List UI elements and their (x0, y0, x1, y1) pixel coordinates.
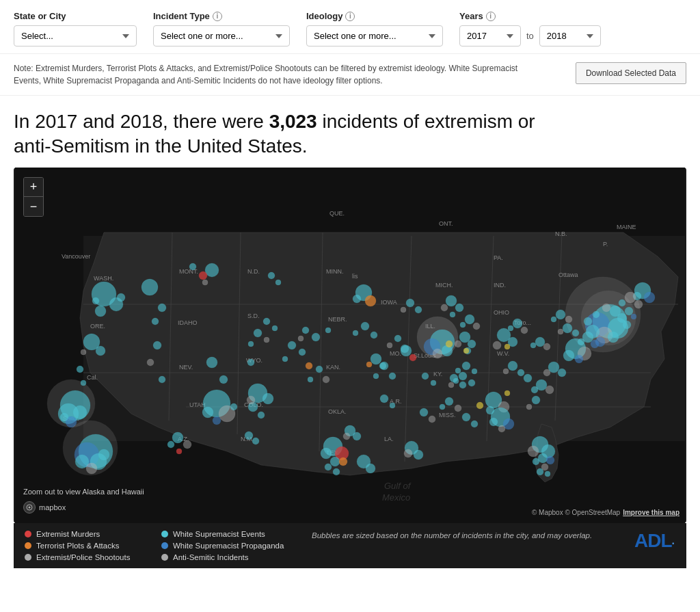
svg-point-269 (513, 319, 522, 328)
svg-point-83 (213, 416, 221, 425)
svg-point-139 (537, 468, 543, 475)
improve-map-link[interactable]: Improve this map (623, 509, 679, 516)
svg-point-145 (339, 457, 347, 466)
zoom-controls: + − (23, 177, 44, 217)
svg-point-146 (325, 464, 332, 470)
zoom-out-button[interactable]: − (24, 197, 43, 216)
svg-rect-5 (15, 168, 685, 236)
svg-point-223 (415, 306, 422, 313)
legend-label: White Supremacist Propaganda (173, 542, 284, 550)
svg-point-226 (468, 380, 475, 386)
svg-point-184 (302, 327, 309, 334)
svg-point-173 (546, 386, 554, 394)
svg-point-66 (73, 405, 87, 419)
svg-text:Gulf of: Gulf of (384, 481, 412, 491)
svg-point-265 (460, 322, 466, 328)
svg-point-255 (254, 329, 262, 337)
download-button[interactable]: Download Selected Data (576, 62, 686, 84)
svg-point-119 (644, 292, 655, 303)
legend-item: Anti-Semitic Incidents (161, 553, 298, 561)
year-to-select[interactable]: 2018 2017 2019 (539, 25, 601, 46)
svg-point-165 (373, 373, 379, 379)
svg-point-194 (431, 380, 436, 386)
legend-col-2: White Supremacist EventsWhite Supremacis… (161, 530, 298, 561)
svg-point-91 (199, 271, 207, 280)
svg-point-207 (634, 300, 643, 308)
ideology-select[interactable]: Select one or more... (306, 25, 443, 46)
incident-select[interactable]: Select one or more... (153, 25, 290, 46)
headline-count: 3,023 (269, 111, 317, 132)
svg-point-250 (159, 376, 165, 383)
svg-point-181 (455, 341, 461, 347)
svg-point-268 (551, 317, 556, 322)
svg-point-202 (476, 402, 483, 409)
svg-point-200 (503, 369, 509, 374)
svg-point-240 (455, 304, 463, 312)
svg-point-166 (394, 335, 401, 342)
svg-point-211 (81, 349, 86, 355)
svg-point-228 (420, 408, 428, 416)
legend-dot (25, 554, 31, 561)
svg-point-93 (365, 295, 376, 306)
svg-point-156 (288, 341, 296, 349)
legend-label: Terrorist Plots & Attacks (36, 542, 119, 550)
svg-point-264 (473, 323, 480, 330)
svg-point-243 (625, 307, 633, 315)
svg-point-89 (247, 396, 255, 404)
svg-point-259 (379, 362, 386, 369)
svg-point-225 (459, 372, 467, 380)
map-container[interactable]: Gulf of Mexico QUE. ONT. N.B. MAINE P. O… (14, 168, 686, 523)
svg-point-251 (158, 304, 166, 312)
svg-point-256 (248, 341, 254, 347)
state-select[interactable]: Select... (14, 25, 137, 46)
svg-point-175 (524, 374, 532, 382)
svg-point-230 (380, 395, 388, 403)
svg-point-244 (631, 314, 636, 319)
svg-point-253 (189, 263, 196, 270)
legend-item: White Supremacist Events (161, 530, 298, 538)
svg-point-150 (343, 433, 350, 440)
svg-point-160 (316, 366, 323, 373)
svg-point-229 (429, 416, 435, 423)
svg-point-193 (422, 373, 429, 380)
svg-point-273 (543, 343, 550, 350)
svg-point-210 (81, 380, 86, 386)
incident-info-icon[interactable]: i (213, 12, 222, 21)
svg-point-161 (323, 376, 329, 383)
svg-point-177 (558, 369, 566, 377)
svg-point-208 (619, 300, 625, 306)
legend-item: Extremist Murders (25, 530, 161, 538)
year-from-select[interactable]: 2017 2016 2018 (459, 25, 521, 46)
incident-filter-group: Incident Type i Select one or more... (153, 11, 290, 46)
svg-point-248 (153, 341, 161, 349)
svg-point-192 (448, 382, 454, 388)
svg-point-149 (353, 432, 361, 440)
svg-point-266 (556, 310, 565, 319)
svg-point-238 (558, 329, 563, 334)
years-info-icon[interactable]: i (486, 12, 496, 21)
svg-point-257 (264, 337, 269, 343)
legend-note: Bubbles are sized based on the number of… (298, 530, 634, 542)
svg-point-144 (330, 457, 340, 466)
svg-point-212 (172, 432, 183, 443)
years-row: 2017 2016 2018 to 2018 2017 2019 (459, 25, 601, 46)
svg-point-77 (206, 357, 217, 368)
svg-point-215 (176, 449, 182, 454)
svg-point-241 (441, 304, 448, 311)
svg-point-84 (230, 403, 237, 410)
legend-dot (161, 531, 168, 537)
note-text: Note: Extremist Murders, Terrorist Plots… (14, 62, 533, 87)
svg-point-214 (167, 441, 174, 448)
legend-dot (161, 542, 168, 549)
zoom-in-button[interactable]: + (24, 178, 43, 197)
legend-label: Anti-Semitic Incidents (173, 553, 249, 561)
svg-point-274 (530, 343, 536, 348)
svg-point-199 (517, 369, 524, 376)
to-label: to (526, 31, 534, 41)
svg-point-191 (459, 382, 466, 388)
svg-point-136 (546, 456, 554, 464)
svg-point-154 (414, 450, 423, 460)
ideology-info-icon[interactable]: i (345, 12, 355, 21)
svg-point-134 (528, 446, 539, 457)
map-svg: Gulf of Mexico QUE. ONT. N.B. MAINE P. O… (14, 168, 686, 523)
